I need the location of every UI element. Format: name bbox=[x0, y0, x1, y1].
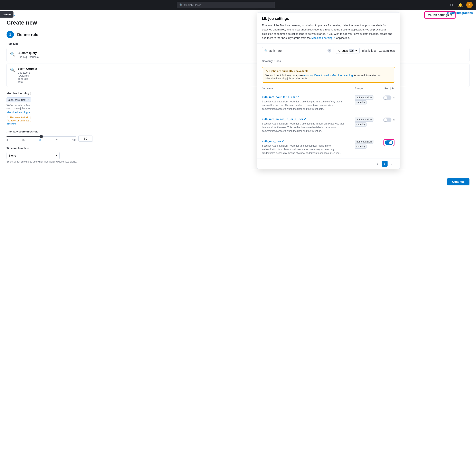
col-groups: Groups bbox=[350, 85, 378, 92]
circle-icon[interactable]: ⊙ bbox=[448, 2, 455, 8]
job-desc-1: Security: Authentication - looks for a u… bbox=[262, 100, 345, 111]
slider-label-50: 50 bbox=[39, 139, 41, 141]
tag-auth-2: authentication bbox=[355, 118, 374, 123]
showing-text: Showing: 3 jobs bbox=[257, 58, 400, 64]
job-desc-2: Security: Authentication - looks for a u… bbox=[262, 122, 345, 133]
slider-label-75: 75 bbox=[56, 139, 58, 141]
slider-wrapper: 0 25 50 75 100 bbox=[7, 136, 76, 141]
timeline-select[interactable]: None ▾ bbox=[7, 152, 60, 159]
table-row: auth_rare_user ↗ Security: Authenticatio… bbox=[257, 136, 400, 158]
slider-thumb[interactable] bbox=[40, 135, 43, 138]
panel-search-input[interactable] bbox=[270, 49, 326, 52]
avatar[interactable]: e bbox=[466, 2, 473, 8]
groups-count: 16 bbox=[349, 49, 354, 52]
ml-job-tag: auth_rare_user × bbox=[7, 97, 31, 102]
job-link-3[interactable]: auth_rare_user ↗ bbox=[262, 140, 345, 143]
anomaly-section: Anomaly score threshold 0 25 50 75 100 bbox=[7, 130, 469, 142]
external-link-icon: ↗ bbox=[297, 96, 299, 98]
toggle-cell-2: × bbox=[378, 114, 400, 136]
toggle-3[interactable] bbox=[385, 141, 393, 145]
this-rule-link[interactable]: this rule. bbox=[7, 122, 17, 125]
next-page-button[interactable]: › bbox=[389, 161, 395, 167]
toggle-row-2: × bbox=[383, 118, 395, 122]
top-nav: 🔍 Search Elastic ⊙ 🔔 e bbox=[0, 0, 476, 10]
ml-job-section: Machine Learning jo auth_rare_user × We'… bbox=[7, 92, 469, 125]
event-correlation-icon: 🔍 bbox=[10, 68, 15, 72]
search-icon: 🔍 bbox=[179, 3, 183, 7]
groups-label: Groups bbox=[339, 49, 348, 52]
toggle-2[interactable] bbox=[383, 118, 391, 122]
job-name-1: auth_rare_hour_for_a_user bbox=[262, 95, 297, 99]
toggle-cell-3 bbox=[378, 136, 400, 158]
rule-type-event-info: Event Correlat Use Event(EQL) to rgenera… bbox=[17, 67, 37, 83]
elastic-jobs-tab[interactable]: Elastic jobs bbox=[362, 48, 376, 53]
slider-label-100: 100 bbox=[72, 139, 76, 141]
clear-search-button[interactable]: × bbox=[327, 49, 331, 53]
rule-type-event-card[interactable]: 🔍 Event Correlat Use Event(EQL) to rgene… bbox=[7, 64, 469, 87]
event-correlation-name: Event Correlat bbox=[17, 67, 37, 70]
jobs-table: Job name Groups Run job auth_rare_hour_f… bbox=[257, 85, 400, 158]
remove-btn-1[interactable]: × bbox=[393, 96, 395, 99]
job-name-2: auth_rare_source_ip_for_a_user bbox=[262, 118, 303, 121]
table-row: auth_rare_source_ip_for_a_user ↗ Securit… bbox=[257, 114, 400, 136]
anomaly-detection-link[interactable]: Anomaly Detection with Machine Learning bbox=[303, 74, 353, 77]
plus-icon: ⊕ bbox=[446, 11, 449, 15]
tag-auth-3: authentication bbox=[355, 140, 374, 145]
security-tag-3: security bbox=[355, 145, 367, 149]
panel-desc: Run any of the Machine Learning jobs bel… bbox=[262, 23, 395, 40]
toggle-highlight-wrapper bbox=[384, 140, 394, 146]
toggle-cell-1: × bbox=[378, 92, 400, 114]
panel-ml-link[interactable]: Machine Learning ↗ bbox=[311, 36, 336, 39]
col-job-name: Job name bbox=[257, 85, 350, 92]
tag-auth-1: authentication bbox=[355, 95, 374, 100]
step-header: 1 Define rule bbox=[7, 31, 469, 38]
external-link-icon-2: ↗ bbox=[304, 118, 306, 120]
panel-search[interactable]: 🔍 × bbox=[262, 47, 333, 54]
toggle-thumb-2 bbox=[384, 118, 387, 121]
custom-query-name: Custom query bbox=[17, 51, 39, 54]
ml-settings-label: ML job settings bbox=[428, 13, 449, 17]
bell-icon[interactable]: 🔔 bbox=[457, 2, 464, 8]
add-integrations-button[interactable]: ⊕ Add integrations bbox=[446, 11, 473, 15]
add-integrations-label: Add integrations bbox=[450, 11, 473, 15]
timeline-selected: None bbox=[9, 154, 16, 157]
ml-job-remove[interactable]: × bbox=[28, 99, 29, 101]
groups-button[interactable]: Groups 16 ▾ bbox=[336, 48, 359, 54]
job-link-1[interactable]: auth_rare_hour_for_a_user ↗ bbox=[262, 95, 345, 99]
ml-link[interactable]: Machine Learning ↗ bbox=[7, 111, 31, 114]
remove-btn-2[interactable]: × bbox=[393, 118, 395, 121]
anomaly-value-box[interactable]: 50 bbox=[78, 136, 93, 142]
continue-button[interactable]: Continue bbox=[447, 178, 469, 185]
table-header: Job name Groups Run job bbox=[257, 85, 400, 92]
external-link-icon-3: ↗ bbox=[282, 140, 284, 143]
breadcrumb: ‹ Rules bbox=[7, 14, 469, 17]
ml-link-row: Machine Learning ↗ bbox=[7, 110, 469, 114]
create-tag: create bbox=[0, 11, 14, 18]
warning-desc-text: We could not find any data, see bbox=[266, 74, 303, 77]
tag-sec-1: security bbox=[355, 100, 374, 105]
ml-settings-panel: ML job settings Run any of the Machine L… bbox=[257, 12, 400, 169]
tags-cell-2: authentication security bbox=[350, 114, 378, 136]
timeline-section: Timeline template None ▾ Select which ti… bbox=[7, 146, 469, 163]
rule-type-custom-card[interactable]: 🔍 Custom query Use KQL issues a bbox=[7, 48, 469, 62]
timeline-desc: Select which timeline to use when invest… bbox=[7, 160, 469, 163]
rule-type-label: Rule type bbox=[7, 42, 469, 45]
chevron-down-icon: ▾ bbox=[56, 154, 57, 157]
job-link-2[interactable]: auth_rare_source_ip_for_a_user ↗ bbox=[262, 118, 345, 121]
prev-page-button[interactable]: ‹ bbox=[374, 161, 380, 167]
custom-query-icon: 🔍 bbox=[10, 52, 15, 57]
groups-chevron: ▾ bbox=[356, 49, 357, 52]
panel-desc-end: application. bbox=[336, 36, 350, 39]
custom-jobs-tab[interactable]: Custom jobs bbox=[379, 48, 395, 53]
toggle-1[interactable] bbox=[383, 95, 391, 100]
rule-type-section: Rule type 🔍 Custom query Use KQL issues … bbox=[7, 42, 469, 87]
slider-track[interactable] bbox=[7, 136, 76, 137]
warning-banner-desc: We could not find any data, see Anomaly … bbox=[266, 74, 391, 80]
authentication-tag-2: authentication bbox=[355, 118, 374, 122]
anomaly-label: Anomaly score threshold bbox=[7, 130, 469, 133]
divider bbox=[7, 170, 469, 170]
search-bar[interactable]: 🔍 Search Elastic bbox=[177, 2, 275, 8]
table-row: auth_rare_hour_for_a_user ↗ Security: Au… bbox=[257, 92, 400, 114]
page-title: Create new bbox=[7, 19, 469, 26]
search-icon: 🔍 bbox=[264, 49, 268, 52]
